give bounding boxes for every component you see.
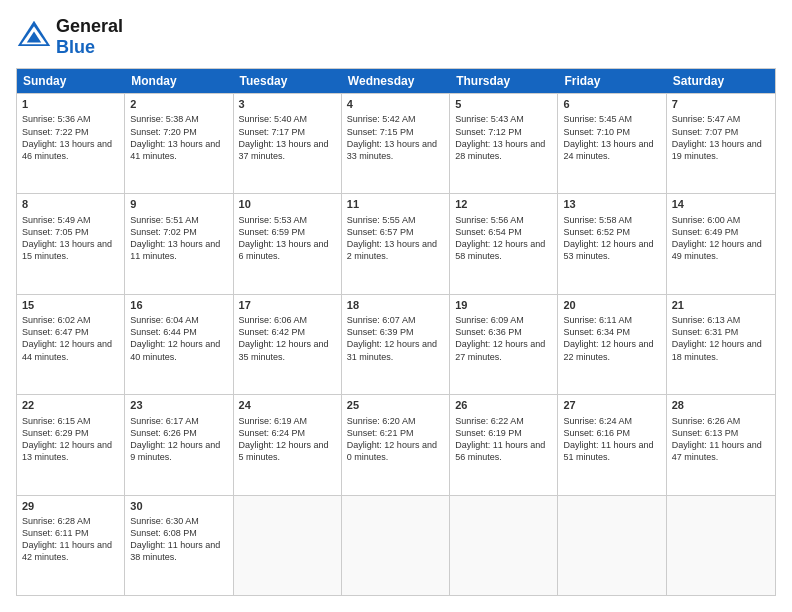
table-row: 28Sunrise: 6:26 AMSunset: 6:13 PMDayligh… [667, 395, 775, 494]
header-wednesday: Wednesday [342, 69, 450, 93]
day-info: Daylight: 12 hours and 58 minutes. [455, 238, 552, 262]
day-info: Sunrise: 6:19 AM [239, 415, 336, 427]
day-info: Daylight: 11 hours and 42 minutes. [22, 539, 119, 563]
table-row: 24Sunrise: 6:19 AMSunset: 6:24 PMDayligh… [234, 395, 342, 494]
day-info: Sunrise: 5:47 AM [672, 113, 770, 125]
day-number: 28 [672, 398, 770, 413]
day-info: Sunset: 7:17 PM [239, 126, 336, 138]
header-monday: Monday [125, 69, 233, 93]
day-info: Daylight: 11 hours and 56 minutes. [455, 439, 552, 463]
logo-text: General Blue [56, 16, 123, 58]
day-number: 17 [239, 298, 336, 313]
day-info: Sunrise: 6:30 AM [130, 515, 227, 527]
day-info: Sunrise: 6:09 AM [455, 314, 552, 326]
day-number: 21 [672, 298, 770, 313]
day-info: Sunrise: 6:04 AM [130, 314, 227, 326]
day-number: 22 [22, 398, 119, 413]
table-row: 13Sunrise: 5:58 AMSunset: 6:52 PMDayligh… [558, 194, 666, 293]
table-row: 23Sunrise: 6:17 AMSunset: 6:26 PMDayligh… [125, 395, 233, 494]
day-info: Sunset: 6:57 PM [347, 226, 444, 238]
day-info: Sunrise: 5:36 AM [22, 113, 119, 125]
calendar-week-5: 29Sunrise: 6:28 AMSunset: 6:11 PMDayligh… [17, 495, 775, 595]
day-info: Daylight: 12 hours and 49 minutes. [672, 238, 770, 262]
day-info: Daylight: 12 hours and 9 minutes. [130, 439, 227, 463]
day-info: Sunrise: 6:13 AM [672, 314, 770, 326]
day-info: Sunset: 6:34 PM [563, 326, 660, 338]
table-row: 10Sunrise: 5:53 AMSunset: 6:59 PMDayligh… [234, 194, 342, 293]
table-row: 20Sunrise: 6:11 AMSunset: 6:34 PMDayligh… [558, 295, 666, 394]
table-row [558, 496, 666, 595]
day-info: Sunrise: 5:55 AM [347, 214, 444, 226]
table-row: 6Sunrise: 5:45 AMSunset: 7:10 PMDaylight… [558, 94, 666, 193]
table-row [234, 496, 342, 595]
day-info: Sunset: 6:49 PM [672, 226, 770, 238]
day-info: Sunset: 6:11 PM [22, 527, 119, 539]
day-number: 14 [672, 197, 770, 212]
day-number: 9 [130, 197, 227, 212]
table-row: 2Sunrise: 5:38 AMSunset: 7:20 PMDaylight… [125, 94, 233, 193]
table-row [450, 496, 558, 595]
day-info: Daylight: 13 hours and 41 minutes. [130, 138, 227, 162]
day-info: Sunset: 6:21 PM [347, 427, 444, 439]
day-info: Sunset: 7:02 PM [130, 226, 227, 238]
header-sunday: Sunday [17, 69, 125, 93]
day-info: Sunrise: 5:40 AM [239, 113, 336, 125]
day-number: 18 [347, 298, 444, 313]
day-info: Daylight: 13 hours and 28 minutes. [455, 138, 552, 162]
day-number: 30 [130, 499, 227, 514]
day-info: Daylight: 12 hours and 44 minutes. [22, 338, 119, 362]
day-info: Sunrise: 5:53 AM [239, 214, 336, 226]
header-saturday: Saturday [667, 69, 775, 93]
day-info: Daylight: 12 hours and 35 minutes. [239, 338, 336, 362]
day-info: Sunrise: 5:58 AM [563, 214, 660, 226]
day-info: Daylight: 12 hours and 5 minutes. [239, 439, 336, 463]
day-info: Sunrise: 5:51 AM [130, 214, 227, 226]
day-info: Sunrise: 5:43 AM [455, 113, 552, 125]
day-info: Sunset: 6:13 PM [672, 427, 770, 439]
day-info: Daylight: 12 hours and 27 minutes. [455, 338, 552, 362]
day-info: Daylight: 12 hours and 22 minutes. [563, 338, 660, 362]
table-row [342, 496, 450, 595]
day-number: 29 [22, 499, 119, 514]
calendar-week-1: 1Sunrise: 5:36 AMSunset: 7:22 PMDaylight… [17, 93, 775, 193]
day-info: Sunset: 6:26 PM [130, 427, 227, 439]
day-info: Sunset: 6:29 PM [22, 427, 119, 439]
day-number: 20 [563, 298, 660, 313]
header-friday: Friday [558, 69, 666, 93]
table-row: 17Sunrise: 6:06 AMSunset: 6:42 PMDayligh… [234, 295, 342, 394]
day-info: Daylight: 11 hours and 51 minutes. [563, 439, 660, 463]
table-row: 16Sunrise: 6:04 AMSunset: 6:44 PMDayligh… [125, 295, 233, 394]
calendar-week-2: 8Sunrise: 5:49 AMSunset: 7:05 PMDaylight… [17, 193, 775, 293]
day-info: Sunset: 7:22 PM [22, 126, 119, 138]
day-info: Sunrise: 6:22 AM [455, 415, 552, 427]
day-info: Sunrise: 6:17 AM [130, 415, 227, 427]
day-info: Daylight: 13 hours and 15 minutes. [22, 238, 119, 262]
day-number: 23 [130, 398, 227, 413]
day-number: 24 [239, 398, 336, 413]
calendar-header: Sunday Monday Tuesday Wednesday Thursday… [17, 69, 775, 93]
day-info: Daylight: 13 hours and 37 minutes. [239, 138, 336, 162]
table-row [667, 496, 775, 595]
day-info: Daylight: 12 hours and 53 minutes. [563, 238, 660, 262]
day-info: Daylight: 13 hours and 24 minutes. [563, 138, 660, 162]
day-info: Daylight: 12 hours and 31 minutes. [347, 338, 444, 362]
day-info: Sunset: 6:19 PM [455, 427, 552, 439]
day-info: Sunset: 6:47 PM [22, 326, 119, 338]
table-row: 4Sunrise: 5:42 AMSunset: 7:15 PMDaylight… [342, 94, 450, 193]
day-info: Sunset: 7:07 PM [672, 126, 770, 138]
table-row: 26Sunrise: 6:22 AMSunset: 6:19 PMDayligh… [450, 395, 558, 494]
day-info: Daylight: 12 hours and 40 minutes. [130, 338, 227, 362]
day-info: Sunrise: 6:20 AM [347, 415, 444, 427]
day-info: Sunrise: 6:24 AM [563, 415, 660, 427]
day-number: 26 [455, 398, 552, 413]
table-row: 14Sunrise: 6:00 AMSunset: 6:49 PMDayligh… [667, 194, 775, 293]
day-info: Daylight: 13 hours and 6 minutes. [239, 238, 336, 262]
table-row: 3Sunrise: 5:40 AMSunset: 7:17 PMDaylight… [234, 94, 342, 193]
day-number: 15 [22, 298, 119, 313]
day-info: Sunset: 7:20 PM [130, 126, 227, 138]
day-number: 12 [455, 197, 552, 212]
calendar: Sunday Monday Tuesday Wednesday Thursday… [16, 68, 776, 596]
day-number: 2 [130, 97, 227, 112]
calendar-body: 1Sunrise: 5:36 AMSunset: 7:22 PMDaylight… [17, 93, 775, 595]
day-info: Sunrise: 5:45 AM [563, 113, 660, 125]
